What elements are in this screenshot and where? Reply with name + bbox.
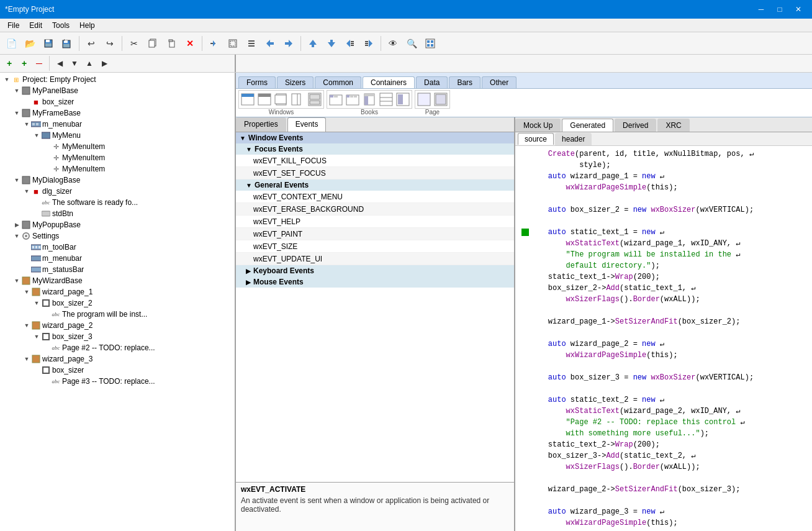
delete-button[interactable]: ✕ <box>181 35 199 52</box>
toggle-mymenu[interactable]: ▼ <box>32 131 41 140</box>
comp-window5[interactable] <box>307 91 323 107</box>
tab-properties[interactable]: Properties <box>236 117 286 132</box>
up-button[interactable] <box>304 35 322 52</box>
toggle-mypopupbase[interactable]: ▶ <box>12 220 21 229</box>
tree-delete-button[interactable]: ─ <box>32 57 46 70</box>
tree-item-wizard-page-1[interactable]: ▼ wizard_page_1 <box>0 286 235 297</box>
tree-item-prog-text-3[interactable]: ▶ abc Page #3 -- TODO: replace... <box>0 376 235 387</box>
paste-button[interactable] <box>163 35 180 52</box>
toggle-project[interactable]: ▼ <box>2 75 11 84</box>
zoom-button[interactable]: 🔍 <box>403 35 420 52</box>
save-button[interactable] <box>40 35 57 52</box>
add-child-button[interactable]: + <box>2 57 16 70</box>
event-row-kill-focus[interactable]: wxEVT_KILL_FOCUS <box>236 155 514 167</box>
move-prev-button[interactable] <box>205 35 223 52</box>
tab-mockup[interactable]: Mock Up <box>515 119 561 132</box>
tree-item-project[interactable]: ▼ ⊞ Project: Empty Project <box>0 74 235 85</box>
tree-item-settings[interactable]: ▼ Settings <box>0 230 235 242</box>
subtab-source[interactable]: source <box>518 133 554 145</box>
save-all-button[interactable] <box>58 35 76 52</box>
code-content[interactable]: Create(parent, id, title, wxNullBitmap, … <box>515 146 812 531</box>
tree-item-m-menubar2[interactable]: ▶ m_menubar <box>0 253 235 264</box>
tree-item-box-sizer-3[interactable]: ▼ box_sizer_3 <box>0 331 235 342</box>
tree-item-wizard-page-2[interactable]: ▼ wizard_page_2 <box>0 320 235 331</box>
redo-button[interactable]: ↪ <box>101 35 119 52</box>
undo-button[interactable]: ↩ <box>83 35 100 52</box>
comp-book1[interactable] <box>328 91 344 107</box>
tree-item-mymenuitem1[interactable]: ▶ ✛ MyMenuItem <box>0 141 235 152</box>
tab-other[interactable]: Other <box>482 76 517 88</box>
comp-window2[interactable] <box>256 91 273 107</box>
comp-book4[interactable] <box>378 91 394 107</box>
tree-item-wizard-page-3[interactable]: ▼ wizard_page_3 <box>0 353 235 365</box>
tree-item-mypopupbase[interactable]: ▶ MyPopupBase <box>0 219 235 230</box>
tab-events[interactable]: Events <box>287 117 327 132</box>
comp-window4[interactable] <box>290 91 306 107</box>
tree-item-box-sizer-panel[interactable]: ▶ ■ box_sizer <box>0 96 235 107</box>
tab-forms[interactable]: Forms <box>238 76 276 88</box>
comp-book2[interactable] <box>345 91 361 107</box>
comp-page2[interactable] <box>433 91 449 107</box>
toggle-wizard-page-1[interactable]: ▼ <box>22 288 31 296</box>
subtab-header[interactable]: header <box>555 133 592 145</box>
tab-bars[interactable]: Bars <box>449 76 480 88</box>
tab-containers[interactable]: Containers <box>363 76 415 88</box>
event-row-erase-bg[interactable]: wxEVT_ERASE_BACKGROUND <box>236 203 514 216</box>
tree-item-mypanelbase[interactable]: ▼ MyPanelBase <box>0 85 235 96</box>
maximize-button[interactable]: □ <box>771 2 788 17</box>
expand-button[interactable] <box>224 35 241 52</box>
close-button[interactable]: ✕ <box>790 2 807 17</box>
copy-button[interactable] <box>144 35 161 52</box>
event-row-help[interactable]: wxEVT_HELP <box>236 216 514 228</box>
tree-item-prog-text-2[interactable]: ▶ abc Page #2 -- TODO: replace... <box>0 342 235 353</box>
general-events-header[interactable]: ▼ General Events <box>236 179 514 191</box>
toggle-mypanelbase[interactable]: ▼ <box>12 86 21 95</box>
toggle-box-sizer-2[interactable]: ▼ <box>32 299 41 307</box>
toggle-m-menubar[interactable]: ▼ <box>22 120 31 129</box>
cut-button[interactable]: ✂ <box>125 35 143 52</box>
event-row-paint[interactable]: wxEVT_PAINT <box>236 228 514 240</box>
tree-item-m-statusbar[interactable]: ▶ m_statusBar <box>0 264 235 275</box>
mouse-events-header[interactable]: ▶ Mouse Events <box>236 276 514 288</box>
toggle-mywizardbase[interactable]: ▼ <box>12 276 21 285</box>
keyboard-events-header[interactable]: ▶ Keyboard Events <box>236 265 514 276</box>
tree-view[interactable]: ▼ ⊞ Project: Empty Project ▼ MyPanelBase… <box>0 73 235 531</box>
focus-events-header[interactable]: ▼ Focus Events <box>236 143 514 155</box>
insert-button[interactable] <box>261 35 279 52</box>
tab-xrc[interactable]: XRC <box>657 119 689 132</box>
menu-file[interactable]: File <box>2 20 24 31</box>
tab-derived[interactable]: Derived <box>615 119 656 132</box>
tree-item-myframebase[interactable]: ▼ MyFrameBase <box>0 107 235 119</box>
remove-button[interactable] <box>280 35 297 52</box>
window-events-header[interactable]: ▼ Window Events <box>236 132 514 143</box>
down-button[interactable] <box>323 35 340 52</box>
tree-item-box-sizer-p3[interactable]: ▶ box_sizer <box>0 365 235 376</box>
tree-item-stdbtn[interactable]: ▶ stdBtn <box>0 208 235 219</box>
toggle-box-sizer-3[interactable]: ▼ <box>32 332 41 341</box>
event-row-size[interactable]: wxEVT_SIZE <box>236 240 514 253</box>
comp-page1[interactable] <box>416 91 432 107</box>
toggle-dlg-sizer[interactable]: ▼ <box>22 187 31 196</box>
toggle-mydialogbase[interactable]: ▼ <box>12 176 21 184</box>
tree-item-prog-text-1[interactable]: ▶ abc The program will be inst... <box>0 309 235 320</box>
open-button[interactable]: 📂 <box>21 35 38 52</box>
event-row-set-focus[interactable]: wxEVT_SET_FOCUS <box>236 167 514 179</box>
menu-edit[interactable]: Edit <box>24 20 47 31</box>
tree-item-box-sizer-2[interactable]: ▼ box_sizer_2 <box>0 297 235 309</box>
indent-button[interactable] <box>341 35 359 52</box>
tree-item-m-toolbar[interactable]: ▶ m_toolBar <box>0 242 235 253</box>
comp-window1[interactable] <box>240 91 256 107</box>
add-sibling-button[interactable]: + <box>17 57 31 70</box>
minimize-button[interactable]: ─ <box>752 2 770 17</box>
menu-tools[interactable]: Tools <box>47 20 74 31</box>
preview-button[interactable]: 👁 <box>384 35 402 52</box>
contract-button[interactable] <box>243 35 260 52</box>
new-button[interactable]: 📄 <box>2 35 20 52</box>
comp-book5[interactable] <box>395 91 411 107</box>
tree-item-mymenu[interactable]: ▼ MyMenu <box>0 130 235 141</box>
tree-item-m-menubar[interactable]: ▼ m_menubar <box>0 119 235 130</box>
tree-move-down[interactable]: ▼ <box>68 57 81 70</box>
generate-button[interactable] <box>422 35 439 52</box>
tree-item-mymenuitem3[interactable]: ▶ ✛ MyMenuItem <box>0 163 235 175</box>
tab-common[interactable]: Common <box>315 76 361 88</box>
